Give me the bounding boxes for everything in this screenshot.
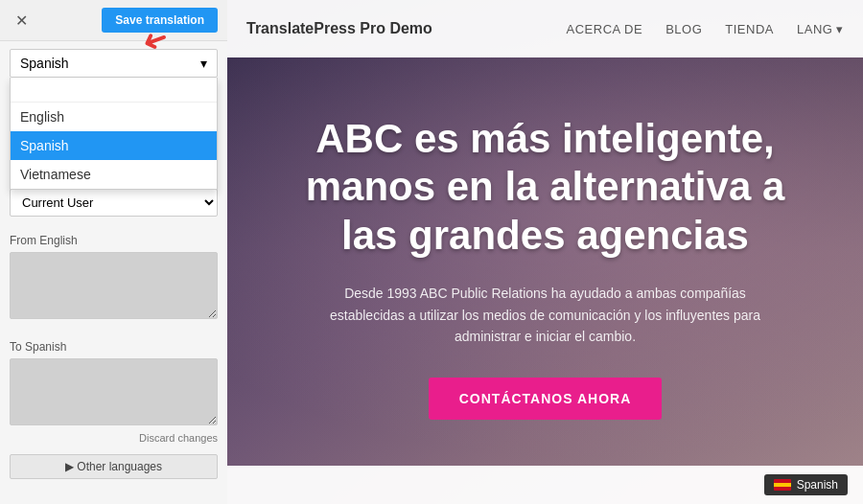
site-logo: TranslatePress Pro Demo	[246, 20, 432, 37]
dropdown-search-input[interactable]	[11, 78, 217, 103]
nav-link-blog[interactable]: BLOG	[665, 22, 702, 36]
nav-link-lang[interactable]: LANG ▾	[797, 22, 844, 36]
language-selector-area: Spanish ▾ English Spanish Vietnamese	[0, 41, 227, 85]
selected-language-label: Spanish	[20, 56, 69, 71]
close-button[interactable]: ✕	[10, 10, 34, 32]
to-spanish-textarea[interactable]	[10, 358, 218, 425]
dropdown-option-english[interactable]: English	[11, 103, 217, 131]
hero-subtitle: Desde 1993 ABC Public Relations ha ayuda…	[315, 283, 776, 347]
nav-links: ACERCA DE BLOG TIENDA LANG ▾	[567, 22, 844, 36]
language-dropdown: English Spanish Vietnamese	[10, 78, 218, 190]
to-spanish-section: To Spanish	[0, 323, 227, 429]
lang-badge: Spanish	[764, 474, 848, 495]
bottom-bar: Spanish	[227, 466, 863, 504]
dropdown-option-vietnamese[interactable]: Vietnamese	[11, 160, 217, 189]
cta-button[interactable]: CONTÁCTANOS AHORA	[429, 378, 663, 420]
current-user-select[interactable]: Current User	[10, 189, 218, 217]
from-english-textarea[interactable]	[10, 252, 218, 319]
discard-changes-link[interactable]: Discard changes	[0, 429, 227, 447]
nav-bar: TranslatePress Pro Demo ACERCA DE BLOG T…	[227, 0, 863, 57]
from-label: From English	[10, 234, 218, 247]
dropdown-option-spanish[interactable]: Spanish	[11, 131, 217, 160]
to-label: To Spanish	[10, 340, 218, 354]
sidebar-toolbar: ✕ Save translation	[0, 0, 227, 41]
hero-section: ABC es más inteligente, manos en la alte…	[227, 77, 863, 420]
dropdown-arrow-icon: ▾	[200, 56, 207, 71]
language-select-display[interactable]: Spanish ▾	[10, 49, 218, 78]
nav-link-about[interactable]: ACERCA DE	[567, 22, 643, 36]
hero-title: ABC es más inteligente, manos en la alte…	[304, 115, 786, 260]
sidebar-panel: ✕ Save translation Spanish ▾ English Spa…	[0, 0, 227, 504]
nav-link-tienda[interactable]: TIENDA	[725, 22, 774, 36]
lang-badge-label: Spanish	[797, 478, 838, 492]
from-english-section: From English	[0, 217, 227, 323]
other-languages-button[interactable]: ▶ Other languages	[10, 454, 218, 479]
spanish-flag-icon	[774, 479, 791, 491]
